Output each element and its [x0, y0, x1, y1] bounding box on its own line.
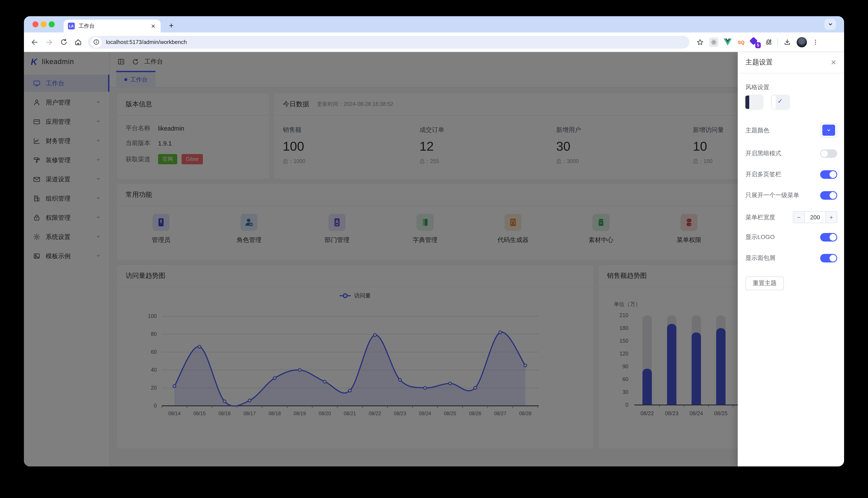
theme-settings-drawer: 主题设置 ✕ 风格设置✓主题颜色 开启黑暗模式 开启多页签栏 只展开一个一级菜单… [738, 52, 844, 467]
menu-width-stepper: − 200 + [793, 211, 837, 223]
traffic-light-minimize-icon[interactable] [41, 21, 47, 27]
vue-devtools-extension-icon[interactable] [723, 37, 732, 47]
dark-sidebar-strip [745, 95, 749, 109]
show-logo-switch[interactable] [820, 233, 837, 241]
drawer-body: 风格设置✓主题颜色 开启黑暗模式 开启多页签栏 只展开一个一级菜单 菜单栏宽度 … [738, 74, 844, 467]
theme-color-picker[interactable] [820, 123, 837, 137]
new-tab-button[interactable]: + [166, 20, 177, 31]
extensions-puzzle-icon[interactable] [764, 37, 773, 47]
decrease-button[interactable]: − [793, 212, 804, 223]
dark-mode-switch[interactable] [820, 149, 837, 158]
style-section-label: 风格设置 [745, 84, 769, 91]
react-devtools-extension-icon[interactable] [709, 37, 718, 47]
menu-width-value[interactable]: 200 [804, 212, 826, 223]
extension-badge-5[interactable]: 5 [750, 37, 760, 47]
extension-badge-count: 5 [755, 42, 761, 48]
reset-theme-button[interactable]: 重置主题 [745, 276, 784, 290]
single-expand-menu-label: 只展开一个一级菜单 [745, 192, 799, 199]
app-viewport: K likeadmin 工作台用户管理应用管理财务管理装修管理渠道设置组织管理权… [24, 52, 844, 467]
drawer-title: 主题设置 [745, 58, 773, 67]
back-icon[interactable] [27, 35, 42, 49]
home-icon[interactable] [71, 35, 86, 49]
traffic-light-close-icon[interactable] [33, 21, 38, 27]
multi-tab-bar-switch[interactable] [820, 170, 837, 179]
downloads-icon[interactable] [782, 35, 792, 49]
tab-close-icon[interactable]: ✕ [150, 23, 156, 30]
layout-style-dark-sidebar[interactable] [745, 95, 763, 109]
sq-extension-icon[interactable]: SQ [737, 37, 746, 47]
browser-tab-strip: LA 工作台 ✕ + [24, 16, 844, 32]
site-favicon: LA [68, 23, 75, 29]
show-logo-label: 显示LOGO [745, 233, 775, 241]
show-breadcrumb-row: 显示面包屑 [738, 253, 844, 263]
bookmark-star-icon[interactable] [695, 35, 705, 49]
traffic-light-zoom-icon[interactable] [49, 21, 55, 27]
menu-width-row: 菜单栏宽度 − 200 + [738, 211, 844, 223]
browser-window: LA 工作台 ✕ + [24, 16, 844, 467]
selected-check-icon: ✓ [777, 97, 783, 105]
single-expand-menu-row: 只展开一个一级菜单 [738, 190, 844, 200]
show-breadcrumb-switch[interactable] [820, 254, 837, 262]
show-breadcrumb-label: 显示面包屑 [745, 254, 775, 262]
single-expand-menu-switch[interactable] [820, 191, 837, 200]
drawer-header: 主题设置 ✕ [738, 52, 844, 74]
toolbar-divider [777, 38, 778, 46]
browser-tab-title: 工作台 [79, 23, 150, 30]
toolbar-right: SQ 5 [695, 35, 820, 49]
site-info-icon[interactable] [91, 37, 102, 48]
profile-avatar[interactable] [797, 37, 807, 47]
url-bar[interactable]: localhost:5173/admin/workbench [88, 36, 689, 49]
screen: LA 工作台 ✕ + [0, 0, 868, 498]
layout-style-light-selected[interactable]: ✓ [772, 95, 789, 109]
theme-color-label: 主题颜色 [745, 127, 769, 134]
forward-icon[interactable] [42, 35, 56, 49]
multi-tab-bar-label: 开启多页签栏 [745, 171, 781, 179]
tab-search-chevron-icon[interactable] [825, 19, 836, 30]
dark-mode-row: 开启黑暗模式 [738, 148, 844, 159]
browser-toolbar: localhost:5173/admin/workbench SQ 5 [24, 32, 844, 52]
increase-button[interactable]: + [826, 212, 837, 223]
url-text: localhost:5173/admin/workbench [106, 39, 187, 45]
drawer-close-icon[interactable]: ✕ [831, 58, 837, 67]
dark-mode-label: 开启黑暗模式 [745, 150, 781, 157]
reload-icon[interactable] [56, 35, 71, 49]
menu-width-label: 菜单栏宽度 [745, 214, 775, 222]
kebab-menu-icon[interactable] [811, 35, 820, 49]
browser-tab[interactable]: LA 工作台 ✕ [64, 19, 161, 32]
drawer-modal-overlay[interactable] [24, 52, 844, 467]
multi-tab-bar-row: 开启多页签栏 [738, 169, 844, 180]
show-logo-row: 显示LOGO [738, 232, 844, 243]
color-swatch [822, 124, 835, 136]
